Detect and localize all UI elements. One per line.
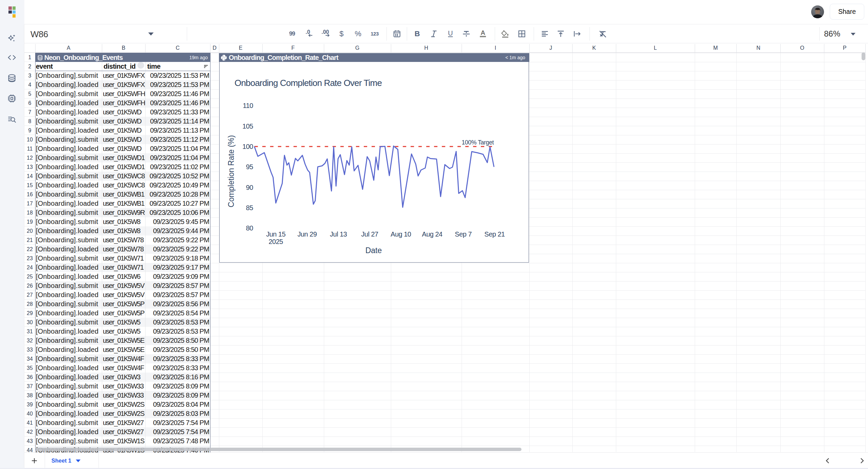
svg-text:110: 110 <box>243 102 253 109</box>
svg-text:.0: .0 <box>306 29 310 35</box>
svg-text:Aug 24: Aug 24 <box>422 230 443 238</box>
svg-text:Jul 27: Jul 27 <box>361 230 378 238</box>
svg-text:Jul 13: Jul 13 <box>330 230 347 238</box>
svg-text:80: 80 <box>246 224 253 232</box>
svg-text:Aug 10: Aug 10 <box>391 230 411 238</box>
svg-text:Sep 7: Sep 7 <box>455 230 472 238</box>
svg-text:Date: Date <box>365 246 382 255</box>
svg-text:Completion Rate (%): Completion Rate (%) <box>227 135 236 207</box>
svg-text:95: 95 <box>246 163 253 171</box>
svg-text:100: 100 <box>242 143 253 150</box>
svg-text:Jun 15: Jun 15 <box>266 230 285 238</box>
svg-text:U: U <box>448 29 453 37</box>
svg-text:A: A <box>481 29 485 36</box>
svg-text:100% Target: 100% Target <box>462 139 494 146</box>
svg-text:Sep 21: Sep 21 <box>484 230 505 238</box>
svg-text:90: 90 <box>246 184 253 191</box>
svg-text:Onboarding Completion Rate Ove: Onboarding Completion Rate Over Time <box>235 78 382 88</box>
svg-text:2025: 2025 <box>269 238 283 245</box>
svg-text:85: 85 <box>246 204 253 211</box>
svg-text:Jun 29: Jun 29 <box>297 230 317 238</box>
svg-text:105: 105 <box>242 122 253 130</box>
